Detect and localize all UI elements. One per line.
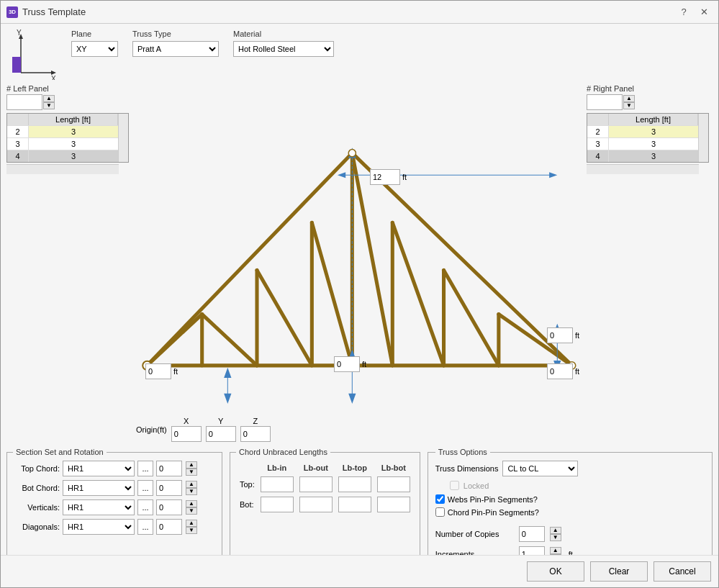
right-row-3[interactable]: 4 3 [587,150,698,162]
chord-table: Lb-in Lb-out Lb-top Lb-bot Top: [236,461,414,515]
ok-button[interactable]: OK [527,561,584,582]
num-copies-up[interactable]: ▲ [550,527,561,534]
right-panel-hscrollbar[interactable] [587,164,699,174]
left-unit: ft [173,367,178,376]
chord-unbraced-title: Chord Unbraced Lengths [236,448,330,456]
right-panel-spin-btns: ▲ ▼ [623,95,635,109]
chord-top-lb-top-input[interactable] [338,476,371,492]
top-chord-angle-up[interactable]: ▲ [186,461,197,469]
right-panel-spin-up[interactable]: ▲ [623,95,635,102]
svg-rect-6 [12,57,21,73]
right-panel-scrollbar[interactable] [698,114,708,162]
chord-top-row: Top: [238,475,412,494]
increments-up[interactable]: ▲ [550,547,561,554]
right-panel-box: # Right Panel 4 ▲ ▼ Length [ft] [587,83,713,414]
right-panel-spinner: 4 ▲ ▼ [587,94,713,110]
top-controls: Y X Plane XY XZ YZ [6,30,713,80]
clear-button[interactable]: Clear [590,561,648,582]
height-value-input[interactable] [370,169,400,185]
origin-z-input[interactable] [240,426,271,442]
top-chord-dots-btn[interactable]: ... [137,461,153,476]
left-panel-hscrollbar[interactable] [6,164,119,174]
close-button[interactable]: ✕ [695,5,713,19]
verticals-select[interactable]: HR1 [63,499,135,515]
help-button[interactable]: ? [675,5,692,19]
right-row-2[interactable]: 3 3 [587,137,698,150]
origin-x-input[interactable] [171,426,202,442]
top-chord-angle-down[interactable]: ▼ [186,469,197,476]
diagonals-angle-up[interactable]: ▲ [186,520,197,527]
top-chord-select[interactable]: HR1 [63,461,135,476]
chord-bot-lb-out-input[interactable] [299,497,333,512]
svg-point-39 [348,150,356,157]
window-controls: ? ✕ [675,5,713,19]
chord-top-lb-in-input[interactable] [261,476,294,492]
locked-checkbox[interactable] [450,481,459,490]
material-select[interactable]: Hot Rolled Steel Cold Formed Steel Timbe… [233,41,334,57]
truss-options-fieldset: Truss Options Truss Dimensions CL to CL … [428,448,713,555]
right-row-3-length: 3 [609,150,698,162]
left-panel-spin-up[interactable]: ▲ [43,95,55,102]
bot-chord-row: Bot Chord: HR1 ... ▲ ▼ [13,480,216,496]
locked-row: Locked [435,481,705,490]
webs-pin-pin-checkbox[interactable] [435,494,445,504]
app-icon: 3D [6,6,18,18]
chord-bot-lb-in-input[interactable] [261,497,294,512]
increments-down[interactable]: ▼ [550,554,561,555]
chord-pin-pin-checkbox[interactable] [435,507,445,517]
window-title: Truss Template [22,6,675,17]
left-row-1[interactable]: 2 3 [7,125,118,137]
verticals-dots-btn[interactable]: ... [137,499,153,515]
bot-chord-angle[interactable] [156,480,182,496]
num-copies-down[interactable]: ▼ [550,534,561,541]
right-panel-count[interactable]: 4 [587,94,623,110]
diagonals-dots-btn[interactable]: ... [137,519,153,535]
truss-dimensions-select[interactable]: CL to CL Face to Face [502,461,578,476]
chord-bot-lb-bot-input[interactable] [377,497,410,512]
verticals-angle[interactable] [156,499,182,515]
chord-bot-lb-out [297,495,335,514]
verticals-angle-down[interactable]: ▼ [186,507,197,515]
bot-chord-angle-up[interactable]: ▲ [186,481,197,488]
increments-label: Increments [435,550,515,555]
verticals-angle-up[interactable]: ▲ [186,500,197,507]
left-panel-count[interactable]: 4 [6,94,42,110]
diagonals-angle[interactable] [156,519,182,535]
chord-top-lb-bot-input[interactable] [377,476,410,492]
top-chord-angle[interactable] [156,461,182,476]
num-copies-row: Number of Copies ▲ ▼ [435,526,705,542]
chord-bot-lb-in [258,495,296,514]
right-panel-spin-down[interactable]: ▼ [623,102,635,109]
diagonals-select[interactable]: HR1 [63,519,135,535]
increments-input[interactable] [519,546,545,555]
bot-chord-dots-btn[interactable]: ... [137,480,153,496]
left-panel-scrollbar[interactable] [118,114,128,162]
svg-marker-32 [225,369,230,377]
bot-chord-select[interactable]: HR1 [63,480,135,496]
right-bot-value[interactable] [547,363,573,379]
cancel-button[interactable]: Cancel [654,561,711,582]
num-copies-input[interactable] [519,526,545,542]
chord-bot-lb-top [336,495,374,514]
chord-top-lb-out-input[interactable] [299,476,333,492]
left-value-input[interactable] [145,363,171,379]
mid-center-value[interactable] [334,356,360,372]
truss-options-title: Truss Options [435,448,490,456]
left-row-2[interactable]: 3 3 [7,137,118,150]
origin-y-input[interactable] [206,426,236,442]
diagonals-angle-down[interactable]: ▼ [186,527,197,534]
left-row-3[interactable]: 4 3 [7,150,118,162]
right-top-value[interactable] [547,327,573,343]
truss-type-select[interactable]: Pratt A Pratt B Howe Warren [132,41,219,57]
truss-dimensions-row: Truss Dimensions CL to CL Face to Face [435,461,705,476]
plane-select[interactable]: XY XZ YZ [71,41,118,57]
bot-chord-angle-down[interactable]: ▼ [186,488,197,495]
right-row-2-index: 3 [587,138,609,150]
origin-z-label: Z [253,417,258,425]
right-row-1[interactable]: 2 3 [587,125,698,137]
button-bar: OK Clear Cancel [1,555,718,587]
left-row-1-length: 3 [29,126,118,137]
chord-bot-lb-top-input[interactable] [338,497,371,512]
right-row-1-index: 2 [587,126,609,137]
left-panel-spin-down[interactable]: ▼ [43,102,55,109]
